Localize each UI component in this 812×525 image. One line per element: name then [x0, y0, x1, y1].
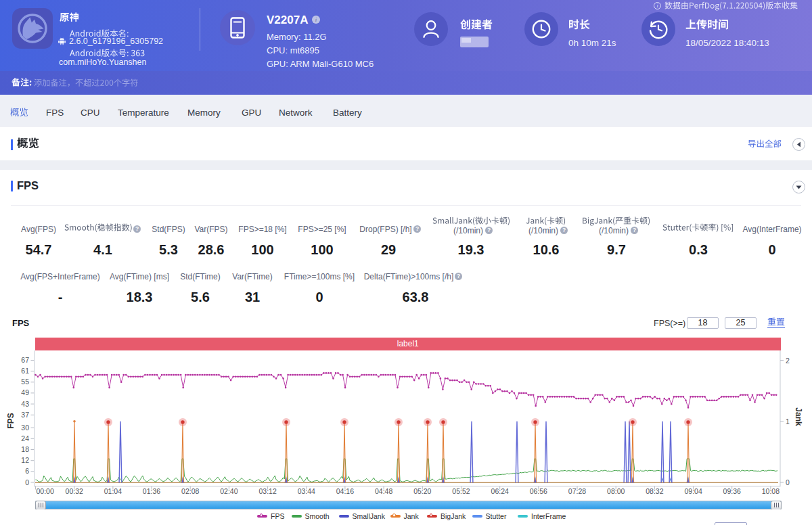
svg-text:03:12: 03:12 [258, 487, 276, 495]
svg-text:00:00: 00:00 [37, 487, 54, 495]
svg-text:55: 55 [21, 378, 29, 386]
svg-text:01:04: 01:04 [104, 487, 122, 495]
svg-text:0: 0 [786, 478, 790, 486]
svg-text:05:20: 05:20 [413, 487, 431, 495]
svg-text:04:16: 04:16 [336, 487, 354, 495]
svg-text:06:56: 06:56 [530, 487, 547, 495]
svg-text:02:40: 02:40 [220, 487, 238, 495]
svg-text:6: 6 [25, 467, 29, 475]
svg-text:08:32: 08:32 [646, 487, 663, 495]
svg-text:04:48: 04:48 [375, 487, 392, 495]
svg-text:12: 12 [21, 456, 29, 464]
svg-text:09:36: 09:36 [723, 487, 741, 495]
svg-text:2: 2 [786, 357, 790, 365]
svg-text:30: 30 [21, 424, 29, 432]
svg-text:37: 37 [21, 411, 29, 419]
svg-text:0: 0 [25, 478, 29, 486]
svg-text:02:08: 02:08 [181, 487, 199, 495]
svg-text:07:28: 07:28 [568, 487, 586, 495]
svg-text:1: 1 [786, 417, 790, 426]
svg-text:08:00: 08:00 [607, 487, 625, 495]
svg-text:00:32: 00:32 [66, 487, 83, 495]
svg-text:03:44: 03:44 [298, 487, 315, 495]
svg-text:18: 18 [21, 445, 29, 453]
svg-text:05:52: 05:52 [452, 487, 470, 495]
svg-text:09:04: 09:04 [684, 487, 702, 495]
svg-text:Jank: Jank [794, 407, 803, 426]
svg-text:49: 49 [21, 388, 29, 396]
svg-text:43: 43 [21, 400, 29, 408]
svg-text:67: 67 [21, 356, 29, 364]
svg-text:61: 61 [21, 367, 29, 375]
svg-text:FPS: FPS [6, 413, 16, 428]
svg-text:24: 24 [21, 434, 29, 442]
svg-text:06:24: 06:24 [491, 487, 509, 495]
svg-text:01:36: 01:36 [143, 487, 160, 495]
svg-text:10:08: 10:08 [762, 487, 780, 495]
